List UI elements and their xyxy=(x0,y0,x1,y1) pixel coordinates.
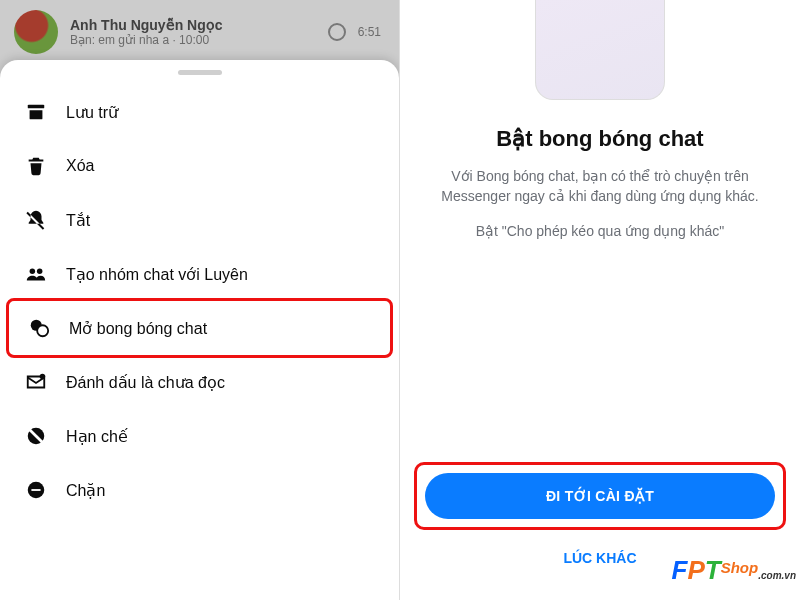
drag-handle[interactable] xyxy=(178,70,222,75)
bottom-sheet: Lưu trữ Xóa Tắt Tạo nhóm chat với Luyên xyxy=(0,60,399,600)
prompt-description: Với Bong bóng chat, bạn có thể trò chuyệ… xyxy=(400,166,800,207)
group-icon xyxy=(24,262,48,286)
menu-block[interactable]: Chặn xyxy=(0,463,399,517)
chat-preview: Bạn: em gửi nha a · 10:00 xyxy=(70,33,310,47)
archive-icon xyxy=(24,100,48,124)
prompt-instruction: Bật "Cho phép kéo qua ứng dụng khác" xyxy=(400,223,800,239)
menu-label: Xóa xyxy=(66,157,94,175)
menu-label: Đánh dấu là chưa đọc xyxy=(66,373,225,392)
menu-label: Hạn chế xyxy=(66,427,128,446)
svg-rect-0 xyxy=(28,105,45,109)
mail-unread-icon xyxy=(24,370,48,394)
bell-off-icon xyxy=(24,208,48,232)
chat-bubble-icon xyxy=(27,316,51,340)
cta-highlight-box: ĐI TỚI CÀI ĐẶT xyxy=(414,462,786,530)
chat-list-item: Anh Thu Nguyễn Ngọc Bạn: em gửi nha a · … xyxy=(0,0,399,64)
prompt-title: Bật bong bóng chat xyxy=(400,126,800,152)
go-to-settings-button[interactable]: ĐI TỚI CÀI ĐẶT xyxy=(425,473,775,519)
trash-icon xyxy=(24,154,48,178)
menu-delete[interactable]: Xóa xyxy=(0,139,399,193)
menu-create-group[interactable]: Tạo nhóm chat với Luyên xyxy=(0,247,399,301)
delivered-badge-icon xyxy=(328,23,346,41)
svg-point-4 xyxy=(37,325,48,336)
chat-time: 6:51 xyxy=(358,25,385,39)
menu-label: Mở bong bóng chat xyxy=(69,319,207,338)
menu-restrict[interactable]: Hạn chế xyxy=(0,409,399,463)
svg-point-2 xyxy=(37,269,42,275)
enable-bubble-prompt-screenshot: Bật bong bóng chat Với Bong bóng chat, b… xyxy=(400,0,800,600)
svg-rect-8 xyxy=(31,489,40,491)
menu-label: Tạo nhóm chat với Luyên xyxy=(66,265,248,284)
fptshop-watermark: FPTShop.com.vn xyxy=(672,555,796,586)
menu-label: Chặn xyxy=(66,481,105,500)
chat-name: Anh Thu Nguyễn Ngọc xyxy=(70,17,310,33)
svg-point-1 xyxy=(30,269,35,275)
menu-mute[interactable]: Tắt xyxy=(0,193,399,247)
menu-label: Tắt xyxy=(66,211,90,230)
menu-archive[interactable]: Lưu trữ xyxy=(0,85,399,139)
menu-open-chat-bubble[interactable]: Mở bong bóng chat xyxy=(6,298,393,358)
phone-illustration xyxy=(535,0,665,100)
svg-point-5 xyxy=(40,374,45,380)
messenger-context-menu-screenshot: Anh Thu Nguyễn Ngọc Bạn: em gửi nha a · … xyxy=(0,0,400,600)
menu-mark-unread[interactable]: Đánh dấu là chưa đọc xyxy=(0,355,399,409)
menu-label: Lưu trữ xyxy=(66,103,118,122)
restrict-icon xyxy=(24,424,48,448)
block-icon xyxy=(24,478,48,502)
avatar xyxy=(14,10,58,54)
